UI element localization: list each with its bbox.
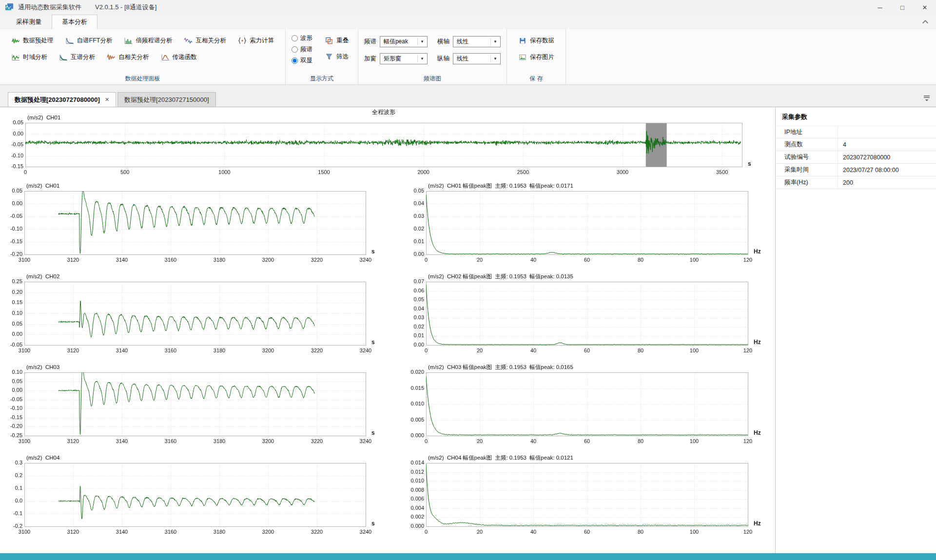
toolbar-group-label-processing: 数据处理面板 (0, 75, 285, 83)
param-value-time[interactable]: 2023/07/27 08:00:00 (838, 167, 936, 174)
auto-fft-button[interactable]: 自谱FFT分析 (60, 33, 118, 48)
toolbar-group-display: 波形频谱双显重叠筛选显示方式 (286, 29, 358, 84)
param-value-points[interactable]: 4 (838, 141, 936, 148)
cross-spectrum-button[interactable]: 互谱分析 (54, 50, 100, 64)
app-icon (5, 3, 14, 12)
titlebar: 通用动态数据采集软件 V2.0.1.5 - [8通道设备] ─ □ ✕ (0, 0, 936, 15)
y-axis-scale-dropdown[interactable]: 线性▼ (453, 53, 501, 64)
autocorr-icon (107, 54, 116, 61)
filter-button[interactable]: 筛选 (321, 50, 352, 63)
transfer-function-button[interactable]: 传递函数 (156, 50, 202, 64)
xcorr-icon (184, 37, 193, 44)
param-row-points: 测点数4 (776, 138, 936, 151)
window-version: V2.0.1.5 - [8通道设备] (95, 3, 156, 12)
transfer-icon (161, 54, 170, 61)
toolbar-group-save: 保存数据保存图片保 存 (507, 29, 566, 84)
spectrum-type-dropdown[interactable]: 幅值peak▼ (380, 36, 428, 47)
param-row-time: 采集时间2023/07/27 08:00:00 (776, 164, 936, 176)
close-tab-icon[interactable]: ✕ (105, 97, 109, 103)
dual-display-radio[interactable]: 双显 (292, 57, 312, 65)
cable-force-icon (238, 37, 247, 44)
auto-correlation-button[interactable]: 自相关分析 (101, 50, 155, 64)
param-row-freq: 频率(Hz)200 (776, 176, 936, 189)
spectrum-radio-input[interactable] (292, 46, 298, 53)
toolbar-group-label-display: 显示方式 (286, 75, 358, 83)
collapse-ribbon-icon[interactable] (921, 18, 929, 26)
param-row-test-id: 试验编号20230727080000 (776, 151, 936, 164)
overlap-button[interactable]: 重叠 (321, 34, 352, 47)
save-image-icon (518, 54, 527, 61)
ribbon-tab-analysis[interactable]: 基本分析 (52, 15, 98, 29)
param-label-test-id: 试验编号 (776, 151, 838, 163)
waveform-icon (11, 37, 20, 44)
octave-spectrum-button[interactable]: 倍频程谱分析 (118, 33, 177, 48)
time-domain-icon (11, 54, 20, 61)
params-panel: 采集参数 IP地址测点数4试验编号20230727080000采集时间2023/… (775, 107, 936, 553)
param-label-ip: IP地址 (776, 126, 838, 138)
param-value-freq[interactable]: 200 (838, 179, 936, 186)
param-label-time: 采集时间 (776, 164, 838, 176)
window-type-dropdown[interactable]: 矩形窗▼ (380, 53, 428, 64)
octave-icon (124, 37, 133, 44)
chevron-down-icon: ▼ (417, 55, 426, 62)
toolbar-group-spectrum: 频谱幅值peak▼加窗矩形窗▼横轴线性▼纵轴线性▼频谱图 (358, 29, 507, 84)
fft-icon (65, 37, 74, 44)
chart-spec-ch03 (399, 363, 770, 451)
close-button[interactable]: ✕ (914, 0, 936, 15)
param-value-test-id[interactable]: 20230727080000 (838, 154, 936, 161)
x-axis-scale-dropdown[interactable]: 线性▼ (453, 36, 501, 47)
status-strip (0, 553, 936, 560)
save-data-icon (518, 37, 527, 44)
waveform-radio[interactable]: 波形 (292, 34, 312, 42)
minimize-button[interactable]: ─ (869, 0, 891, 15)
save-image-button[interactable]: 保存图片 (513, 51, 560, 64)
toolbar-group-processing: 数据预处理自谱FFT分析倍频程谱分析互相关分析索力计算时域分析互谱分析自相关分析… (0, 29, 286, 84)
toolbar-group-label-save: 保 存 (507, 75, 566, 83)
chevron-down-icon: ▼ (490, 55, 499, 62)
params-rows: IP地址测点数4试验编号20230727080000采集时间2023/07/27… (776, 126, 936, 189)
chart-spec-ch04 (399, 453, 770, 542)
time-domain-button[interactable]: 时域分析 (6, 50, 53, 64)
param-label-freq: 频率(Hz) (776, 176, 838, 189)
waveform-radio-input[interactable] (292, 35, 298, 41)
main-area: 采集参数 IP地址测点数4试验编号20230727080000采集时间2023/… (0, 107, 936, 553)
doc-tabbar: 数据预处理[20230727080000]✕数据预处理[202307271500… (0, 85, 936, 107)
doc-tabs: 数据预处理[20230727080000]✕数据预处理[202307271500… (8, 92, 217, 107)
chart-time-ch01 (1, 181, 391, 270)
chevron-down-icon: ▼ (490, 38, 499, 45)
overlay-icon (325, 37, 333, 44)
charts-area (0, 107, 775, 553)
ribbon-tab-sampling[interactable]: 采样测量 (6, 15, 52, 29)
cross-correlation-button[interactable]: 互相关分析 (178, 33, 232, 48)
toolbar-group-label-spectrum: 频谱图 (358, 75, 507, 83)
chart-time-ch03 (1, 363, 391, 451)
window-title: 通用动态数据采集软件 (18, 3, 81, 12)
params-panel-title: 采集参数 (776, 107, 936, 126)
doc-tab-0[interactable]: 数据预处理[20230727080000]✕ (8, 92, 116, 107)
ribbon-tab-row: 采样测量基本分析 (0, 15, 936, 29)
cable-force-button[interactable]: 索力计算 (233, 33, 279, 48)
save-data-button[interactable]: 保存数据 (513, 34, 560, 47)
param-label-points: 测点数 (776, 138, 838, 151)
chart-overview[interactable] (1, 108, 769, 180)
spectrum-radio[interactable]: 频谱 (292, 45, 312, 54)
ribbon-tabs: 采样测量基本分析 (6, 15, 98, 29)
preprocess-button[interactable]: 数据预处理 (6, 33, 59, 48)
toolbar: 数据预处理自谱FFT分析倍频程谱分析互相关分析索力计算时域分析互谱分析自相关分析… (0, 29, 936, 85)
filter-icon (325, 53, 333, 60)
maximize-button[interactable]: □ (891, 0, 914, 15)
app-window: 通用动态数据采集软件 V2.0.1.5 - [8通道设备] ─ □ ✕ 采样测量… (0, 0, 936, 560)
doc-tab-1[interactable]: 数据预处理[20230727150000] (117, 92, 215, 107)
dual-display-radio-input[interactable] (292, 58, 298, 64)
chart-spec-ch02 (399, 272, 770, 361)
cross-spectrum-icon (59, 54, 68, 61)
param-row-ip: IP地址 (776, 126, 936, 138)
chevron-down-icon: ▼ (417, 38, 426, 45)
chart-time-ch02 (1, 272, 391, 361)
tab-list-dropdown-icon[interactable] (923, 95, 930, 102)
window-controls: ─ □ ✕ (869, 0, 936, 15)
chart-time-ch04 (1, 453, 391, 542)
chart-spec-ch01 (399, 181, 770, 270)
